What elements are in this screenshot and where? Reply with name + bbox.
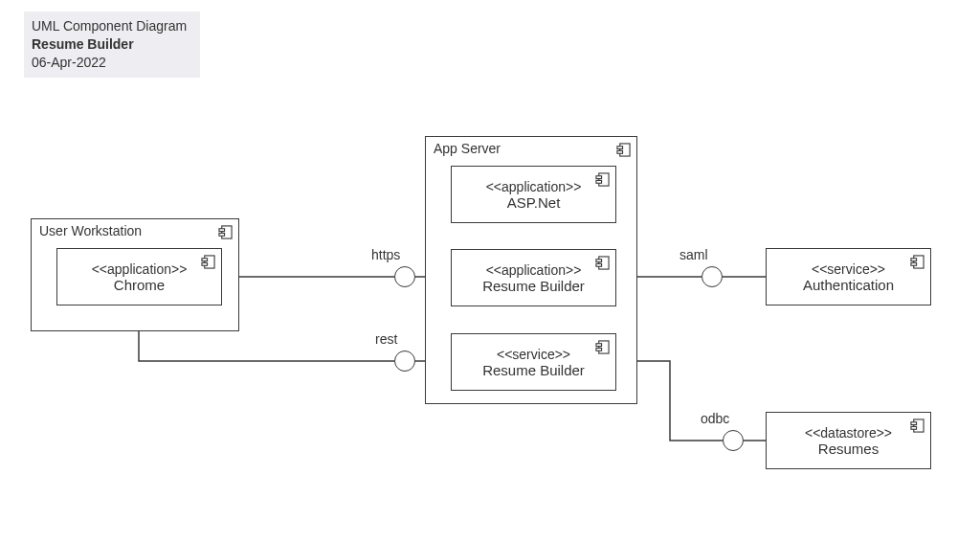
svg-rect-14	[617, 150, 623, 153]
svg-rect-27	[914, 419, 924, 432]
svg-rect-28	[911, 422, 917, 425]
component-icon	[595, 172, 610, 187]
diagram-date-label: 06-Apr-2022	[32, 54, 187, 72]
component-name: Authentication	[803, 277, 894, 293]
stereotype-label: <<application>>	[92, 261, 188, 277]
component-resumes: <<datastore>> Resumes	[766, 412, 931, 469]
svg-rect-15	[599, 173, 609, 186]
svg-rect-13	[617, 147, 623, 149]
interface-label-saml: saml	[679, 247, 708, 262]
svg-rect-11	[202, 262, 208, 265]
node-title: App Server	[434, 141, 501, 156]
svg-rect-8	[219, 233, 225, 236]
svg-rect-9	[205, 256, 214, 268]
svg-rect-20	[596, 263, 602, 266]
component-resume-builder-service: <<service>> Resume Builder	[451, 333, 616, 391]
stereotype-label: <<application>>	[486, 262, 582, 278]
interface-port-https	[394, 266, 415, 287]
component-name: Chrome	[114, 277, 165, 293]
stereotype-label: <<application>>	[486, 179, 582, 194]
interface-label-https: https	[371, 247, 400, 262]
diagram-type-label: UML Component Diagram	[32, 17, 187, 35]
component-icon	[910, 419, 924, 433]
svg-rect-19	[596, 260, 602, 262]
svg-rect-12	[620, 144, 630, 156]
interface-port-odbc	[723, 430, 744, 451]
svg-rect-22	[596, 344, 602, 347]
svg-rect-26	[911, 262, 917, 265]
stereotype-label: <<service>>	[812, 261, 885, 277]
svg-rect-6	[222, 226, 232, 238]
component-icon	[595, 340, 610, 354]
interface-label-odbc: odbc	[701, 411, 729, 426]
component-name: Resumes	[818, 441, 879, 457]
component-resume-builder-app: <<application>> Resume Builder	[451, 249, 616, 306]
component-icon	[595, 256, 610, 270]
svg-rect-16	[596, 176, 602, 179]
svg-rect-24	[914, 256, 924, 268]
component-icon	[218, 225, 233, 239]
diagram-name-label: Resume Builder	[32, 35, 187, 54]
component-chrome: <<application>> Chrome	[56, 248, 222, 305]
component-authentication: <<service>> Authentication	[766, 248, 931, 305]
svg-rect-18	[599, 257, 609, 269]
component-icon	[616, 143, 631, 157]
diagram-title-box: UML Component Diagram Resume Builder 06-…	[24, 11, 200, 78]
interface-port-saml	[702, 266, 723, 287]
node-title: User Workstation	[39, 223, 142, 238]
stereotype-label: <<datastore>>	[805, 425, 892, 441]
node-user-workstation: User Workstation <<application>> Chrome	[31, 218, 239, 331]
svg-rect-17	[596, 180, 602, 183]
component-name: Resume Builder	[482, 278, 585, 294]
component-name: ASP.Net	[507, 194, 561, 211]
stereotype-label: <<service>>	[497, 347, 570, 362]
component-icon	[201, 255, 215, 269]
interface-port-rest	[394, 351, 415, 372]
svg-rect-25	[911, 259, 917, 261]
node-app-server: App Server <<application>> ASP.Net <<app…	[425, 136, 637, 404]
interface-label-rest: rest	[375, 331, 397, 347]
svg-rect-29	[911, 426, 917, 429]
svg-rect-23	[596, 348, 602, 351]
component-aspnet: <<application>> ASP.Net	[451, 166, 616, 223]
svg-rect-10	[202, 259, 208, 261]
component-icon	[910, 255, 924, 269]
component-name: Resume Builder	[482, 362, 585, 378]
svg-rect-21	[599, 341, 609, 353]
svg-rect-7	[219, 229, 225, 232]
